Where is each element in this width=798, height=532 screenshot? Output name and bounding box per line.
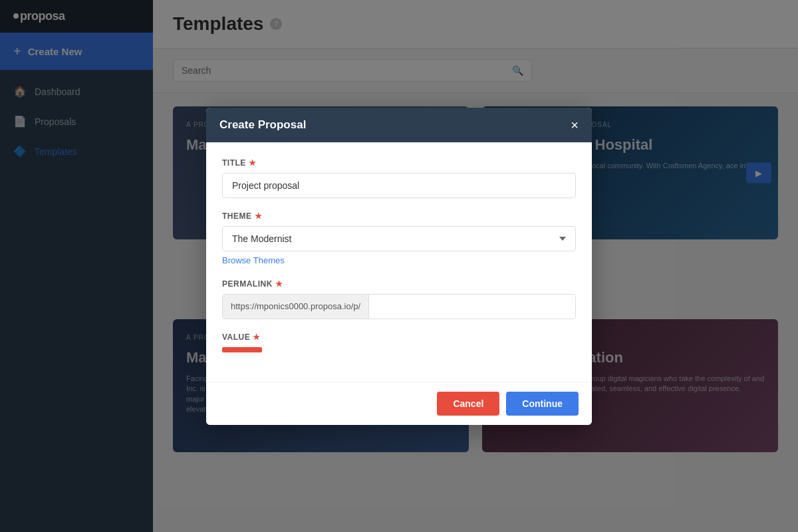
permalink-input[interactable]: [369, 295, 575, 319]
permalink-group: https://mponics0000.proposa.io/p/: [222, 294, 576, 319]
browse-themes-link[interactable]: Browse Themes: [222, 255, 285, 265]
cancel-button[interactable]: Cancel: [437, 392, 499, 416]
modal-body: TITLE ★ THEME ★ The Modernist Classic Mo…: [206, 142, 592, 382]
permalink-form-group: PERMALINK ★ https://mponics0000.proposa.…: [222, 279, 576, 319]
required-indicator: ★: [253, 332, 261, 342]
required-indicator: ★: [275, 279, 283, 289]
title-form-group: TITLE ★: [222, 158, 576, 198]
value-label: VALUE ★: [222, 332, 576, 342]
modal-close-button[interactable]: ×: [571, 118, 579, 132]
value-bar-preview: [222, 347, 262, 352]
modal-title: Create Proposal: [219, 118, 306, 132]
theme-select[interactable]: The Modernist Classic Modern Minimal: [222, 226, 576, 251]
title-label: TITLE ★: [222, 158, 576, 168]
required-indicator: ★: [255, 211, 263, 221]
modal-footer: Cancel Continue: [206, 382, 592, 425]
theme-label: THEME ★: [222, 211, 576, 221]
permalink-label: PERMALINK ★: [222, 279, 576, 289]
title-input[interactable]: [222, 173, 576, 198]
modal-header: Create Proposal ×: [206, 108, 592, 142]
permalink-prefix: https://mponics0000.proposa.io/p/: [223, 295, 369, 319]
required-indicator: ★: [249, 158, 257, 168]
value-form-group: VALUE ★: [222, 332, 576, 352]
theme-form-group: THEME ★ The Modernist Classic Modern Min…: [222, 211, 576, 266]
continue-button[interactable]: Continue: [506, 392, 579, 416]
create-proposal-modal: Create Proposal × TITLE ★ THEME ★ The Mo…: [206, 108, 592, 425]
modal-overlay: Create Proposal × TITLE ★ THEME ★ The Mo…: [0, 0, 798, 532]
